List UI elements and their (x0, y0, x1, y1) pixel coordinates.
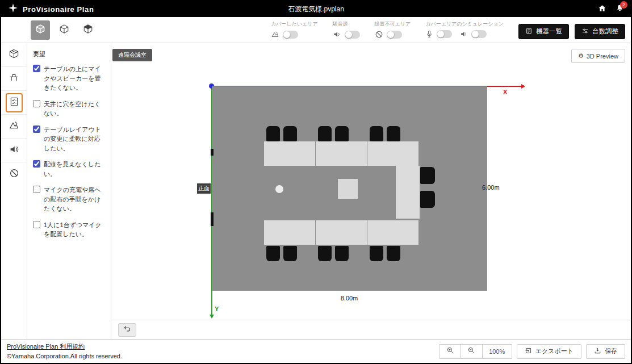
requirement-item[interactable]: マイクの充電や席への配布の手間をかけたくない。 (33, 185, 105, 214)
plan-canvas[interactable]: 遠隔会議室 ⚙ 3D Preview X Y (111, 43, 631, 339)
y-axis-label: Y (215, 306, 219, 312)
requirement-label: マイクの充電や席への配布の手間をかけたくない。 (44, 185, 105, 214)
requirements-tool[interactable] (1, 91, 27, 115)
checklist-icon (9, 97, 19, 109)
chair[interactable] (266, 246, 280, 261)
mic-icon (425, 30, 433, 38)
toggle-knob (437, 31, 444, 37)
cube-filled-icon (35, 24, 45, 36)
chair[interactable] (318, 246, 332, 261)
notifications-button[interactable]: 2 (616, 4, 624, 14)
furniture-icon (9, 72, 19, 85)
table[interactable] (264, 141, 315, 166)
room-view-tool[interactable] (1, 43, 27, 67)
noise-source-tool[interactable] (1, 139, 27, 162)
terms-link[interactable]: ProVisionaire Plan 利用規約 (7, 342, 122, 352)
chair[interactable] (420, 167, 435, 184)
chair[interactable] (420, 191, 435, 208)
unit-count-label: 台数調整 (592, 27, 618, 36)
wall-mark (211, 149, 214, 156)
view-mode-group (31, 20, 98, 40)
cube-3d-icon (83, 24, 93, 36)
noise-source-toggle[interactable] (345, 31, 360, 39)
unit-count-button[interactable]: 台数調整 (575, 24, 625, 39)
chair[interactable] (266, 126, 280, 141)
app-title: ProVisionaire Plan (23, 5, 94, 14)
chair[interactable] (335, 126, 349, 141)
prohibited-icon (9, 168, 19, 181)
equipment-list-label: 機器一覧 (536, 27, 562, 36)
floor-object-circle[interactable] (275, 185, 283, 193)
chair[interactable] (370, 126, 383, 141)
requirement-item[interactable]: テーブルの上にマイクやスピーカーを置きたくない。 (33, 64, 105, 93)
requirement-checkbox[interactable] (33, 186, 40, 193)
simulation-mic-toggle[interactable] (437, 30, 452, 38)
requirement-checkbox[interactable] (33, 65, 40, 72)
requirement-label: 1人に1台ずつマイクを配置したい。 (44, 220, 105, 239)
no-install-tool[interactable] (1, 162, 27, 186)
cover-area-tool[interactable] (1, 115, 27, 139)
chair[interactable] (283, 246, 297, 261)
noise-source-icon (333, 30, 341, 39)
export-icon (525, 347, 532, 355)
cover-area-toggle[interactable] (283, 31, 298, 39)
equipment-list-icon (525, 27, 533, 36)
panel-title: 要望 (33, 50, 105, 58)
undo-button[interactable] (118, 323, 136, 337)
save-icon (594, 347, 601, 355)
chair[interactable] (283, 126, 297, 141)
simulation-speaker-toggle[interactable] (471, 30, 487, 38)
table[interactable] (316, 220, 367, 245)
requirement-label: テーブルの上にマイクやスピーカーを置きたくない。 (44, 64, 105, 93)
equipment-list-button[interactable]: 機器一覧 (518, 24, 569, 39)
table[interactable] (316, 141, 367, 166)
table[interactable] (264, 220, 315, 245)
room-3d-icon (9, 48, 19, 61)
furniture-tool[interactable] (1, 67, 27, 91)
floor-object-square[interactable] (338, 179, 358, 199)
save-button[interactable]: 保存 (586, 344, 625, 359)
zoom-in-icon (446, 346, 454, 356)
room-tab[interactable]: 遠隔会議室 (112, 49, 152, 61)
preview-3d-button[interactable]: ⚙ 3D Preview (571, 49, 625, 63)
chair[interactable] (370, 246, 383, 261)
front-label: 正面 (197, 183, 211, 194)
requirement-item[interactable]: 配線を見えなくしたい。 (33, 160, 105, 178)
chair[interactable] (387, 246, 400, 261)
zoom-in-button[interactable] (440, 344, 461, 359)
room-floor[interactable] (212, 86, 487, 291)
zoom-out-button[interactable] (461, 344, 483, 359)
status-bar: ProVisionaire Plan 利用規約 ©Yamaha Corporat… (1, 339, 631, 363)
y-axis-arrow-icon (210, 315, 214, 319)
requirement-label: 配線を見えなくしたい。 (44, 160, 105, 178)
requirement-checkbox[interactable] (33, 160, 40, 168)
requirement-checkbox[interactable] (33, 100, 40, 107)
view-mode-iso-button[interactable] (55, 20, 74, 40)
table[interactable] (367, 141, 418, 166)
requirement-label: テーブルレイアウトの変更に柔軟に対応したい。 (44, 125, 105, 153)
no-install-icon (375, 30, 383, 39)
requirements-panel: 要望 テーブルの上にマイクやスピーカーを置きたくない。 天井に穴を空けたくない。… (27, 43, 111, 339)
requirement-item[interactable]: テーブルレイアウトの変更に柔軟に対応したい。 (33, 125, 105, 153)
chair[interactable] (387, 126, 400, 141)
requirement-checkbox[interactable] (33, 125, 40, 133)
requirement-checkbox[interactable] (33, 221, 40, 228)
toggle-knob (472, 31, 479, 37)
view-mode-plan-button[interactable] (31, 20, 50, 40)
table[interactable] (396, 166, 420, 219)
room-depth-dimension: 6.00m (482, 184, 500, 191)
table[interactable] (367, 220, 418, 245)
selected-tool-highlight (6, 93, 23, 112)
no-install-toggle[interactable] (387, 31, 402, 39)
notification-badge: 2 (620, 1, 627, 9)
zoom-controls: 100% (440, 344, 512, 359)
chair[interactable] (318, 126, 332, 141)
requirement-item[interactable]: 天井に穴を空けたくない。 (33, 99, 105, 118)
x-axis-arrow-icon (521, 84, 525, 89)
requirement-item[interactable]: 1人に1台ずつマイクを配置したい。 (33, 220, 105, 239)
home-button[interactable] (598, 4, 606, 14)
export-button[interactable]: エクスポート (517, 344, 581, 359)
export-label: エクスポート (535, 347, 574, 355)
view-mode-3d-button[interactable] (78, 20, 98, 40)
chair[interactable] (335, 246, 349, 261)
